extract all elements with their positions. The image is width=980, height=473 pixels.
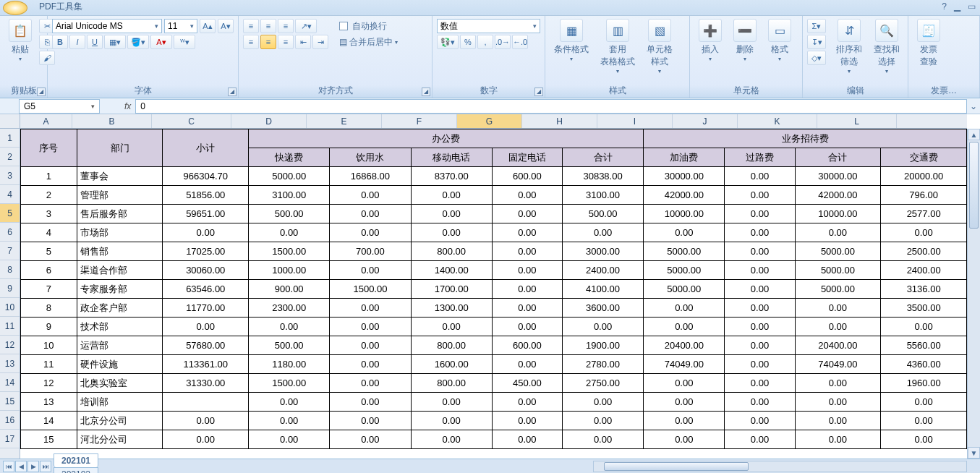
currency-button[interactable]: 💱▾ [437, 35, 459, 49]
cell[interactable]: 0.00 [881, 430, 967, 449]
col-header-H[interactable]: H [522, 114, 597, 128]
cell[interactable]: 4100.00 [562, 280, 643, 299]
decrease-decimal-button[interactable]: ←.0 [512, 35, 528, 49]
cell[interactable]: 培训部 [77, 393, 163, 412]
cell[interactable]: 北奥实验室 [77, 374, 163, 393]
cell[interactable]: 0.00 [725, 393, 795, 412]
cell[interactable]: 1300.00 [411, 299, 492, 318]
row-header-6[interactable]: 6 [0, 223, 20, 242]
cell[interactable]: 3600.00 [562, 299, 643, 318]
cell[interactable]: 0.00 [725, 242, 795, 261]
cell[interactable]: 董事会 [77, 167, 163, 186]
cell[interactable]: 0.00 [562, 318, 643, 336]
cell[interactable]: 0.00 [249, 393, 330, 412]
cell[interactable]: 800.00 [411, 374, 492, 393]
clear-button[interactable]: ◇▾ [807, 51, 826, 65]
row-header-9[interactable]: 9 [0, 279, 20, 298]
menu-tab-9[interactable]: PDF工具集 [32, 0, 90, 15]
cell[interactable]: 0.00 [492, 261, 562, 280]
cell[interactable]: 0.00 [725, 355, 795, 374]
row-header-7[interactable]: 7 [0, 242, 20, 260]
cell[interactable]: 0.00 [330, 355, 411, 374]
cell[interactable]: 20400.00 [795, 336, 881, 355]
select-all-corner[interactable] [0, 114, 20, 129]
col-header-E[interactable]: E [307, 114, 382, 128]
bold-button[interactable]: B [52, 35, 68, 49]
cell[interactable]: 0.00 [795, 318, 881, 336]
cell[interactable]: 0.00 [881, 393, 967, 412]
cell[interactable]: 0.00 [644, 412, 725, 430]
cell[interactable]: 1600.00 [411, 355, 492, 374]
cell[interactable]: 0.00 [795, 430, 881, 449]
cell[interactable]: 800.00 [411, 336, 492, 355]
cell[interactable]: 1400.00 [411, 261, 492, 280]
cell[interactable]: 1180.00 [249, 355, 330, 374]
decrease-indent-button[interactable]: ⇤ [295, 35, 311, 49]
row-header-14[interactable]: 14 [0, 373, 20, 392]
row-header-2[interactable]: 2 [0, 148, 20, 166]
formula-input[interactable]: 0 [135, 99, 967, 114]
cell[interactable]: 0.00 [330, 374, 411, 393]
cell[interactable]: 0.00 [249, 318, 330, 336]
cell-styles-button[interactable]: ▧单元格 样式▾ [642, 19, 677, 74]
font-size-combo[interactable]: 11▾ [164, 19, 197, 33]
underline-button[interactable]: U [87, 35, 103, 49]
cell[interactable]: 1000.00 [249, 261, 330, 280]
cell[interactable]: 0.00 [330, 412, 411, 430]
orientation-button[interactable]: ↗▾ [295, 19, 317, 33]
cell[interactable]: 10000.00 [644, 205, 725, 223]
align-bottom-button[interactable]: ≡ [278, 19, 294, 33]
merge-center-button[interactable]: ▤合并后居中▾ [336, 35, 401, 49]
cell[interactable]: 0.00 [411, 205, 492, 223]
cell[interactable]: 0.00 [492, 242, 562, 261]
cell[interactable]: 0.00 [795, 393, 881, 412]
cell[interactable]: 0.00 [411, 430, 492, 449]
cell[interactable]: 0.00 [330, 299, 411, 318]
cell[interactable]: 600.00 [492, 167, 562, 186]
cell[interactable]: 0.00 [330, 261, 411, 280]
cell[interactable]: 0.00 [644, 430, 725, 449]
cell[interactable]: 0.00 [644, 299, 725, 318]
cell[interactable]: 0.00 [725, 299, 795, 318]
cell[interactable]: 966304.70 [163, 167, 249, 186]
cell[interactable]: 0.00 [330, 223, 411, 242]
cell[interactable]: 450.00 [492, 374, 562, 393]
cell[interactable]: 0.00 [562, 223, 643, 242]
font-color-button[interactable]: A▾ [150, 35, 172, 49]
cell[interactable]: 113361.00 [163, 355, 249, 374]
font-name-combo[interactable]: Arial Unicode MS▾ [52, 19, 162, 33]
phonetic-button[interactable]: ᵂ▾ [174, 35, 195, 49]
cell[interactable]: 500.00 [249, 336, 330, 355]
cell[interactable]: 5 [21, 242, 77, 261]
cell[interactable]: 0.00 [492, 205, 562, 223]
cell[interactable]: 1500.00 [330, 280, 411, 299]
sheet-tab-202101[interactable]: 202101 [54, 453, 98, 467]
wrap-text-button[interactable]: 自动换行 [336, 19, 401, 33]
sort-filter-button[interactable]: ⇵排序和 筛选▾ [832, 19, 866, 74]
cell[interactable]: 0.00 [330, 318, 411, 336]
comma-button[interactable]: , [477, 35, 493, 49]
cell[interactable]: 北京分公司 [77, 412, 163, 430]
cell[interactable]: 3 [21, 205, 77, 223]
cell[interactable]: 0.00 [644, 374, 725, 393]
paste-button[interactable]: 📋 粘贴 ▾ [4, 19, 36, 62]
autosum-button[interactable]: Σ▾ [807, 19, 826, 33]
cell[interactable]: 0.00 [492, 412, 562, 430]
cell[interactable]: 0.00 [795, 223, 881, 242]
cell[interactable]: 0.00 [795, 374, 881, 393]
cell[interactable]: 2780.00 [562, 355, 643, 374]
cell[interactable]: 0.00 [492, 355, 562, 374]
cell[interactable]: 3100.00 [562, 186, 643, 205]
cell[interactable]: 5000.00 [644, 280, 725, 299]
cell[interactable]: 1 [21, 167, 77, 186]
cell[interactable]: 渠道合作部 [77, 261, 163, 280]
cell[interactable]: 0.00 [330, 430, 411, 449]
cell[interactable]: 51856.00 [163, 186, 249, 205]
cell[interactable]: 800.00 [411, 242, 492, 261]
cell[interactable]: 技术部 [77, 318, 163, 336]
cell[interactable]: 9 [21, 318, 77, 336]
row-header-4[interactable]: 4 [0, 185, 20, 204]
cell[interactable]: 2400.00 [881, 261, 967, 280]
col-header-D[interactable]: D [231, 114, 307, 128]
row-header-5[interactable]: 5 [0, 204, 20, 223]
